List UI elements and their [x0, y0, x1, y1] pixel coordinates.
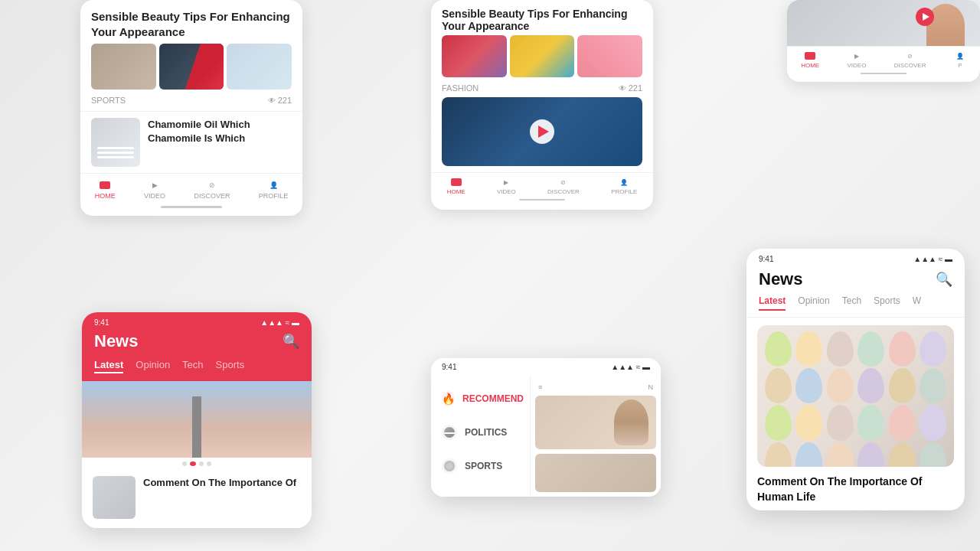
- bl-dot: [199, 461, 204, 466]
- egg-shape: [858, 368, 884, 403]
- nav-home-tl[interactable]: HOME: [95, 180, 116, 200]
- bl-signal: ▲▲▲ ≈ ▬: [260, 318, 299, 327]
- bns-home-icon: [450, 178, 462, 187]
- br-signal: ▲▲▲ ≈ ▬: [913, 255, 952, 263]
- egg-shape: [765, 405, 792, 440]
- nav-discover-tl[interactable]: ⊘ DISCOVER: [194, 180, 230, 200]
- nav-video-tl[interactable]: ▶ VIDEO: [144, 180, 165, 200]
- bc-menu-label-sports: SPORTS: [465, 461, 502, 471]
- bc-signal: ▲▲▲ ≈ ▬: [611, 363, 650, 371]
- bc-menu-label-recommend: RECOMMEND: [462, 393, 524, 404]
- bc-person-image: [614, 399, 648, 445]
- tc-views: 👁 221: [619, 83, 642, 93]
- sports-icon: [442, 458, 457, 474]
- nav-indicator-tl: [161, 206, 222, 208]
- bc-content-icon: ≡: [538, 383, 542, 391]
- tr-play-button[interactable]: [916, 8, 934, 26]
- nav-indicator-tc: [519, 199, 565, 201]
- br-article-text: Comment On The Importance Of Human Life: [746, 474, 965, 510]
- discover-nav-icon: ⊘: [205, 180, 219, 191]
- play-triangle-icon: [538, 126, 549, 138]
- bns-video-icon-tr: ▶: [851, 51, 863, 60]
- egg-shape: [765, 442, 792, 467]
- bc-menu-politics[interactable]: POLITICS: [431, 416, 530, 449]
- bns-home-icon-tr: [804, 51, 816, 60]
- bc-content-header: ≡ N: [535, 380, 656, 396]
- thumb-line: [97, 152, 134, 154]
- br-tab-latest[interactable]: Latest: [759, 295, 786, 311]
- br-hero-image: [757, 325, 954, 467]
- bns-home-tc[interactable]: HOME: [447, 178, 466, 195]
- home-icon-shape: [100, 181, 110, 189]
- bns-home-tr[interactable]: HOME: [801, 51, 819, 69]
- article-tag-tl: SPORTS: [91, 96, 126, 105]
- bns-profile-tc[interactable]: 👤 PROFILE: [611, 178, 637, 195]
- tr-play-triangle-icon: [923, 13, 929, 21]
- bns-profile-icon-tr: 👤: [954, 51, 966, 60]
- bl-body: Comment On The Importance Of: [82, 381, 312, 528]
- br-tab-more[interactable]: W: [913, 295, 921, 311]
- article-row-tl: Chamomile Oil Which Chamomile Is Which: [80, 111, 302, 173]
- bl-tab-sports[interactable]: Sports: [216, 359, 245, 373]
- egg-shape: [889, 368, 916, 403]
- phone-card-bottom-right: 9:41 ▲▲▲ ≈ ▬ News 🔍 Latest Opinion Tech …: [746, 249, 965, 510]
- bc-body: 🔥 RECOMMEND POLITICS SPORTS ≡ N: [431, 376, 661, 497]
- eye-icon: 👁: [268, 96, 276, 105]
- bl-search-icon[interactable]: 🔍: [283, 333, 299, 350]
- bns-discover-icon-tr: ⊘: [904, 51, 916, 60]
- tc-tag: FASHION: [442, 83, 479, 93]
- video-nav-icon: ▶: [148, 180, 162, 191]
- bc-content-image1: [535, 396, 656, 449]
- egg-shape: [827, 442, 854, 467]
- tc-image-1: [442, 35, 507, 77]
- bl-article-row: Comment On The Importance Of: [82, 470, 312, 528]
- br-title-row: News 🔍: [746, 266, 965, 295]
- bc-menu-sports[interactable]: SPORTS: [431, 449, 530, 483]
- thumb-line: [97, 147, 134, 149]
- article-title-tl: Sensible Beauty Tips For Enhancing Your …: [80, 0, 302, 44]
- bl-tabs: Latest Opinion Tech Sports: [94, 359, 299, 381]
- egg-shape: [795, 368, 822, 403]
- egg-shape: [920, 405, 946, 440]
- politics-shape-icon: [444, 427, 455, 438]
- article-text-tl: Chamomile Oil Which Chamomile Is Which: [148, 118, 292, 145]
- egg-shape: [889, 331, 916, 367]
- phone-card-bottom-center: 9:41 ▲▲▲ ≈ ▬ 🔥 RECOMMEND POLITICS SPORT: [431, 358, 661, 497]
- nav-indicator-tr: [861, 73, 906, 74]
- bns-video-icon: ▶: [500, 178, 512, 187]
- thumb-lines: [97, 147, 134, 161]
- egg-shape: [858, 405, 884, 440]
- egg-shape: [858, 331, 884, 367]
- bl-article-thumb: [93, 476, 136, 519]
- nav-profile-tl[interactable]: 👤 PROFILE: [259, 180, 289, 200]
- bl-dot: [207, 461, 211, 466]
- br-tabs: Latest Opinion Tech Sports W: [746, 295, 965, 318]
- br-tab-opinion[interactable]: Opinion: [798, 295, 829, 311]
- tc-video-box[interactable]: [442, 97, 642, 166]
- bl-tab-latest[interactable]: Latest: [94, 359, 123, 373]
- home-sq-icon: [451, 178, 462, 186]
- bc-menu-recommend[interactable]: 🔥 RECOMMEND: [431, 382, 530, 416]
- bns-video-tr[interactable]: ▶ VIDEO: [847, 51, 866, 69]
- article-images-tl: [80, 44, 302, 90]
- egg-shape: [827, 405, 854, 440]
- bns-profile-icon: 👤: [618, 178, 630, 187]
- article-views-tl: 👁 221: [268, 96, 292, 105]
- tr-person: [926, 4, 965, 46]
- egg-shape: [858, 442, 884, 467]
- bl-tab-tech[interactable]: Tech: [182, 359, 203, 373]
- br-tab-tech[interactable]: Tech: [842, 295, 861, 311]
- bns-video-tc[interactable]: ▶ VIDEO: [497, 178, 516, 195]
- bl-tab-opinion[interactable]: Opinion: [136, 359, 170, 373]
- bl-dot-active: [190, 461, 196, 466]
- egg-shape: [889, 442, 916, 467]
- egg-shape: [795, 331, 822, 367]
- play-button-tc[interactable]: [530, 119, 554, 144]
- egg-shape: [795, 405, 822, 440]
- br-tab-sports[interactable]: Sports: [874, 295, 900, 311]
- br-time: 9:41: [759, 255, 773, 263]
- bns-profile-tr[interactable]: 👤 P: [954, 51, 966, 69]
- br-search-icon[interactable]: 🔍: [936, 271, 952, 288]
- bns-discover-tc[interactable]: ⊘ DISCOVER: [547, 178, 580, 195]
- bns-discover-tr[interactable]: ⊘ DISCOVER: [894, 51, 926, 69]
